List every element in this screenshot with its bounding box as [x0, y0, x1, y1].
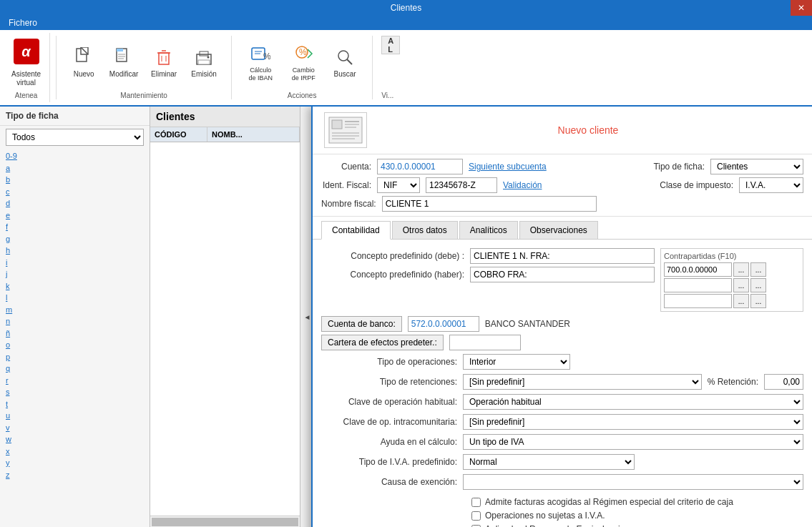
alpha-n[interactable]: n	[6, 315, 144, 327]
banco-santander-label: BANCO SANTANDER	[485, 319, 570, 329]
checkbox-recargo[interactable]	[471, 525, 481, 528]
nuevo-button[interactable]: Nuevo	[65, 43, 102, 82]
contrapartida-dots-3a[interactable]: ...	[733, 294, 749, 308]
alpha-s[interactable]: s	[6, 386, 144, 398]
concepto-debe-label: Concepto predefinido (debe) :	[321, 251, 464, 261]
alpha-o[interactable]: o	[6, 339, 144, 351]
alpha-d[interactable]: d	[6, 197, 144, 210]
clients-bottom-scroll[interactable]	[150, 516, 300, 527]
contrapartida-row-1: ... ...	[664, 262, 800, 277]
causa-exencion-select[interactable]	[463, 474, 803, 490]
clave-op-habitual-label: Clave de operación habitual:	[321, 397, 457, 407]
checkbox-criterio-caja[interactable]	[471, 498, 481, 507]
ribbon-area: Fichero α Asistentevirtual Atenea	[0, 16, 812, 107]
vi-btn[interactable]: AL	[381, 36, 400, 54]
alpha-k[interactable]: k	[6, 280, 144, 292]
alpha-v[interactable]: v	[6, 422, 144, 434]
alpha-z[interactable]: z	[6, 469, 144, 481]
alpha-x[interactable]: x	[6, 445, 144, 458]
title-bar: Clientes ✕	[0, 0, 812, 16]
contrapartida-dots-3b[interactable]: ...	[750, 294, 766, 308]
contrapartida-input-1[interactable]	[664, 262, 732, 277]
tipo-iva-select[interactable]: Normal	[463, 454, 635, 470]
causa-exencion-label: Causa de exención:	[321, 477, 457, 487]
cartera-efectos-btn[interactable]: Cartera de efectos predeter.:	[321, 335, 444, 350]
cambio-irpf-button[interactable]: % Cambiode IRPF	[283, 39, 323, 85]
siguiente-subcuenta-link[interactable]: Siguiente subcuenta	[469, 162, 547, 172]
checkbox-criterio-caja-label: Admite facturas acogidas al Régimen espe…	[485, 497, 733, 507]
tab-otros-datos[interactable]: Otros datos	[392, 221, 458, 239]
checkbox-no-sujetas-label: Operaciones no sujetas a I.V.A.	[485, 511, 605, 521]
alpha-09[interactable]: 0-9	[6, 150, 144, 162]
contrapartida-dots-1b[interactable]: ...	[750, 262, 766, 277]
checkbox-row-1: Admite facturas acogidas al Régimen espe…	[463, 496, 803, 508]
alpha-t[interactable]: t	[6, 398, 144, 410]
alpha-list: 0-9 a b c d e f g h i j k l m n ñ o p q …	[0, 149, 150, 527]
tipo-operaciones-select[interactable]: Interior Exterior	[463, 354, 570, 370]
tab-observaciones[interactable]: Observaciones	[519, 221, 598, 239]
acciones-section-label: Acciones	[288, 89, 317, 99]
eliminar-button[interactable]: Eliminar	[145, 43, 182, 82]
ribbon-tab-fichero[interactable]: Fichero	[0, 16, 46, 30]
alpha-c[interactable]: c	[6, 186, 144, 198]
tipo-ficha-select[interactable]: Clientes	[710, 159, 803, 174]
cuenta-input[interactable]	[377, 159, 463, 174]
alpha-e[interactable]: e	[6, 210, 144, 222]
tab-contabilidad[interactable]: Contabilidad	[321, 221, 391, 240]
alpha-q[interactable]: q	[6, 363, 144, 375]
alpha-g[interactable]: g	[6, 233, 144, 245]
ayuda-calculo-select[interactable]: Un tipo de IVA	[463, 434, 803, 450]
svg-rect-4	[117, 49, 123, 51]
asistente-virtual-button[interactable]: Asistentevirtual	[9, 67, 44, 89]
alpha-j[interactable]: j	[6, 268, 144, 280]
alpha-w[interactable]: w	[6, 433, 144, 445]
alpha-y[interactable]: y	[6, 457, 144, 469]
alpha-b[interactable]: b	[6, 174, 144, 186]
close-button[interactable]: ✕	[791, 0, 812, 16]
alpha-ñ[interactable]: ñ	[6, 327, 144, 340]
alpha-a[interactable]: a	[6, 162, 144, 174]
contrapartida-dots-1a[interactable]: ...	[733, 262, 749, 277]
retencion-label: % Retención:	[708, 377, 758, 387]
ribbon-content: α Asistentevirtual Atenea Nuevo	[0, 30, 812, 107]
cuenta-banco-input[interactable]	[408, 316, 479, 332]
clave-op-intra-select[interactable]: [Sin predefinir]	[463, 414, 803, 430]
cambio-irpf-icon: %	[292, 42, 315, 65]
tab-analiticos[interactable]: Analíticos	[459, 221, 518, 239]
cartera-efectos-input[interactable]	[449, 335, 521, 350]
alpha-u[interactable]: u	[6, 410, 144, 422]
checkbox-no-sujetas[interactable]	[471, 511, 481, 521]
contrapartida-input-3[interactable]	[664, 294, 732, 308]
checkboxes-section: Admite facturas acogidas al Régimen espe…	[313, 492, 812, 527]
alpha-f[interactable]: f	[6, 221, 144, 233]
concepto-haber-input[interactable]	[470, 267, 655, 282]
concepto-debe-input[interactable]	[470, 248, 655, 264]
nombre-fiscal-input[interactable]	[382, 196, 597, 212]
concepto-debe-row: Concepto predefinido (debe) :	[321, 248, 655, 264]
emision-button[interactable]: Emisión	[185, 43, 222, 82]
contrapartidas-title: Contrapartidas (F10)	[664, 252, 800, 260]
tipo-retenciones-select[interactable]: [Sin predefinir]	[463, 374, 702, 390]
alpha-p[interactable]: p	[6, 351, 144, 363]
contrapartida-dots-2b[interactable]: ...	[750, 278, 766, 292]
contrapartida-dots-2a[interactable]: ...	[733, 278, 749, 292]
alpha-h[interactable]: h	[6, 245, 144, 257]
alpha-m[interactable]: m	[6, 304, 144, 316]
alpha-r[interactable]: r	[6, 375, 144, 387]
modificar-button[interactable]: Modificar	[105, 43, 142, 82]
contrapartida-input-2[interactable]	[664, 278, 732, 292]
cuenta-banco-btn[interactable]: Cuenta de banco:	[321, 316, 402, 332]
tipo-operaciones-label: Tipo de operaciones:	[321, 357, 457, 367]
alpha-i[interactable]: i	[6, 257, 144, 269]
calculo-iban-button[interactable]: % Cálculode IBAN	[240, 39, 280, 85]
ident-fiscal-input[interactable]	[426, 177, 497, 193]
alpha-l[interactable]: l	[6, 292, 144, 304]
clave-op-habitual-select[interactable]: Operación habitual	[463, 394, 803, 410]
ident-fiscal-type-select[interactable]: NIF	[377, 177, 420, 193]
buscar-button[interactable]: Buscar	[326, 43, 363, 82]
validacion-link[interactable]: Validación	[503, 180, 542, 190]
tipo-ficha-dropdown[interactable]: Todos	[6, 129, 144, 146]
clase-impuesto-select[interactable]: I.V.A.	[739, 177, 803, 193]
retencion-input[interactable]	[764, 374, 803, 390]
ayuda-calculo-row: Ayuda en el cálculo: Un tipo de IVA	[313, 432, 812, 452]
